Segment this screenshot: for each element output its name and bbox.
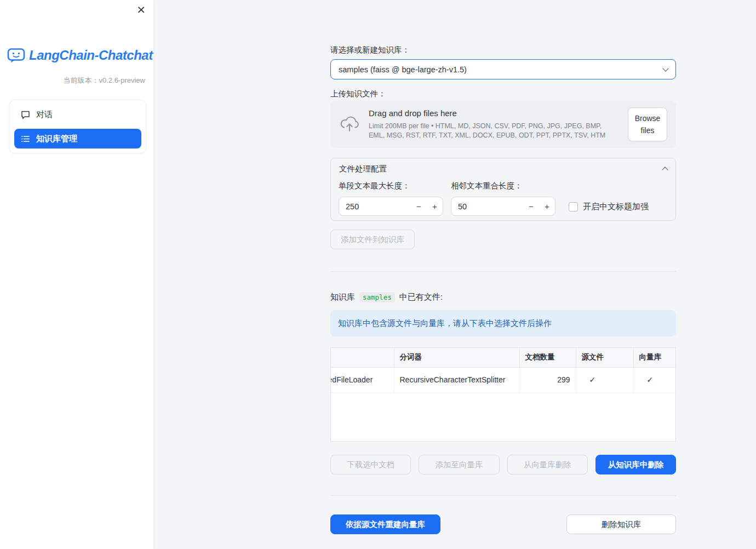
chevron-up-icon — [662, 167, 668, 173]
zh-title-checkbox-group: 开启中文标题加强 — [569, 201, 649, 212]
kb-prefix-label: 知识库 — [330, 292, 355, 302]
zh-title-checkbox-label: 开启中文标题加强 — [583, 202, 649, 212]
close-icon[interactable]: × — [136, 3, 146, 15]
rebuild-vector-button[interactable]: 依据源文件重建向量库 — [330, 514, 440, 534]
info-banner: 知识库中包含源文件与向量库，请从下表中选择文件后操作 — [330, 310, 676, 336]
cell-source-check[interactable]: ✓ — [576, 367, 633, 392]
dropzone-limit: Limit 200MB per file • HTML, MD, JSON, C… — [369, 122, 619, 140]
expander-header[interactable]: 文件处理配置 — [331, 158, 675, 179]
chunk-size-label: 单段文本最大长度： — [339, 181, 443, 192]
list-icon — [21, 134, 30, 144]
table-header-row: 文档加载器 分词器 文档数量 源文件 向量库 — [331, 348, 675, 367]
chunk-size-group: 单段文本最大长度： − + — [339, 179, 443, 216]
overlap-field[interactable] — [458, 202, 491, 211]
overlap-minus-button[interactable]: − — [523, 197, 539, 215]
info-text: 知识库中包含源文件与向量库，请从下表中选择文件后操作 — [338, 318, 552, 329]
sidebar-menu: 对话 知识库管理 — [9, 100, 146, 153]
cell-vector-check[interactable]: ✓ — [633, 367, 675, 392]
chunk-minus-button[interactable]: − — [411, 197, 427, 215]
logo-chat-icon — [7, 47, 25, 64]
cloud-upload-icon — [339, 116, 360, 133]
expander-title: 文件处理配置 — [339, 164, 387, 174]
browse-files-button[interactable]: Browse files — [628, 107, 667, 142]
kb-suffix-label: 中已有文件: — [399, 292, 443, 302]
kb-name-code: samples — [359, 292, 395, 302]
delete-kb-button[interactable]: 删除知识库 — [566, 514, 676, 534]
cell-loader[interactable]: UnstructuredFileLoader — [331, 367, 394, 392]
sidebar-item-dialogue[interactable]: 对话 — [14, 105, 141, 124]
logo-text: LangChain-Chatchat — [29, 48, 153, 63]
delete-from-vector-button[interactable]: 从向量库删除 — [507, 455, 588, 474]
logo: LangChain-Chatchat — [7, 47, 148, 64]
config-expander: 文件处理配置 单段文本最大长度： − + 相邻文本重合长度： — [330, 158, 676, 221]
overlap-label: 相邻文本重合长度： — [451, 181, 555, 192]
kb-select-label: 请选择或新建知识库： — [330, 45, 676, 56]
kb-select-value: samples (faiss @ bge-large-zh-v1.5) — [339, 65, 467, 74]
chunk-size-input: − + — [339, 197, 443, 216]
delete-from-kb-button[interactable]: 从知识库中删除 — [595, 455, 676, 474]
overlap-stepper: − + — [523, 197, 555, 215]
sidebar: × LangChain-Chatchat 当前版本：v0.2.6-preview… — [0, 0, 153, 549]
expander-body: 单段文本最大长度： − + 相邻文本重合长度： − + — [331, 179, 675, 216]
file-action-buttons: 下载选中文档 添加至向量库 从向量库删除 从知识库中删除 — [330, 455, 676, 474]
divider — [330, 495, 676, 496]
overlap-input: − + — [451, 197, 555, 216]
column-header-doc-count[interactable]: 文档数量 — [519, 348, 576, 367]
chunk-plus-button[interactable]: + — [427, 197, 443, 215]
file-dropzone[interactable]: Drag and drop files here Limit 200MB per… — [330, 101, 676, 148]
table-row[interactable]: UnstructuredFileLoader RecursiveCharacte… — [331, 367, 675, 392]
chunk-stepper: − + — [411, 197, 443, 215]
chunk-size-field[interactable] — [346, 202, 379, 211]
overlap-group: 相邻文本重合长度： − + — [451, 179, 555, 216]
kb-action-buttons: 依据源文件重建向量库 删除知识库 — [330, 514, 676, 534]
version-text: 当前版本：v0.2.6-preview — [63, 76, 145, 85]
add-to-vector-button[interactable]: 添加至向量库 — [419, 455, 499, 474]
divider — [330, 271, 676, 272]
column-header-vector[interactable]: 向量库 — [633, 348, 675, 367]
column-header-source[interactable]: 源文件 — [576, 348, 633, 367]
dropzone-title: Drag and drop files here — [369, 108, 619, 118]
zh-title-checkbox[interactable] — [569, 202, 578, 211]
sidebar-item-label: 对话 — [36, 110, 53, 120]
existing-files-text: 知识库 samples 中已有文件: — [330, 291, 676, 303]
overlap-plus-button[interactable]: + — [539, 197, 555, 215]
cell-doc-count[interactable]: 299 — [519, 367, 576, 392]
sidebar-item-label: 知识库管理 — [36, 134, 77, 144]
sidebar-item-kb-management[interactable]: 知识库管理 — [14, 129, 141, 148]
chat-bubble-icon — [21, 110, 30, 119]
add-files-button[interactable]: 添加文件到知识库 — [330, 230, 415, 249]
cell-splitter[interactable]: RecursiveCharacterTextSplitter — [394, 367, 519, 392]
kb-selectbox[interactable]: samples (faiss @ bge-large-zh-v1.5) — [330, 59, 676, 79]
chevron-down-icon — [662, 65, 668, 71]
main-content: 请选择或新建知识库： samples (faiss @ bge-large-zh… — [330, 0, 676, 534]
files-table: 文档加载器 分词器 文档数量 源文件 向量库 UnstructuredFileL… — [330, 347, 676, 442]
table-scroll-area[interactable]: 文档加载器 分词器 文档数量 源文件 向量库 UnstructuredFileL… — [331, 348, 675, 441]
download-selected-button[interactable]: 下载选中文档 — [330, 455, 411, 474]
dropzone-text: Drag and drop files here Limit 200MB per… — [369, 108, 619, 140]
column-header-splitter[interactable]: 分词器 — [394, 348, 519, 367]
column-header-loader[interactable]: 文档加载器 — [331, 348, 394, 367]
upload-label: 上传知识文件： — [330, 89, 676, 100]
